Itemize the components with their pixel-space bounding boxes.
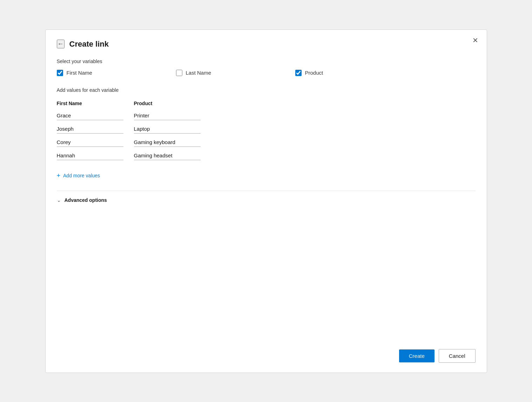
- product-input-4[interactable]: [134, 152, 201, 160]
- first-name-checkbox-label: First Name: [67, 70, 92, 76]
- checkbox-item-product: Product: [295, 70, 415, 76]
- product-checkbox-label: Product: [305, 70, 323, 76]
- plus-icon: +: [57, 172, 61, 179]
- first-name-input-4[interactable]: [57, 152, 123, 160]
- product-input-1[interactable]: [134, 112, 201, 120]
- col-header-product: Product: [134, 101, 211, 106]
- values-table: First Name Product: [57, 101, 476, 165]
- col-header-first-name: First Name: [57, 101, 134, 106]
- chevron-down-icon: ⌄: [57, 197, 61, 203]
- table-row: [57, 152, 476, 160]
- dialog-header: ← Create link ✕: [57, 40, 476, 49]
- last-name-checkbox-label: Last Name: [186, 70, 211, 76]
- create-link-dialog: ← Create link ✕ Select your variables Fi…: [45, 29, 487, 373]
- product-input-2[interactable]: [134, 125, 201, 134]
- cancel-button[interactable]: Cancel: [439, 349, 476, 363]
- advanced-options-row[interactable]: ⌄ Advanced options: [57, 191, 476, 209]
- close-button[interactable]: ✕: [472, 37, 478, 44]
- advanced-options-label: Advanced options: [65, 197, 107, 203]
- dialog-footer: Create Cancel: [57, 335, 476, 363]
- checkbox-item-last-name: Last Name: [176, 70, 295, 76]
- add-values-label: Add values for each variable: [57, 87, 476, 93]
- add-more-label: Add more values: [63, 173, 100, 178]
- create-button[interactable]: Create: [399, 349, 435, 362]
- add-more-values-button[interactable]: + Add more values: [57, 172, 476, 179]
- first-name-input-2[interactable]: [57, 125, 123, 134]
- first-name-input-3[interactable]: [57, 138, 123, 147]
- table-row: [57, 125, 476, 134]
- back-button[interactable]: ←: [57, 40, 65, 48]
- product-checkbox[interactable]: [295, 70, 302, 76]
- values-header-row: First Name Product: [57, 101, 476, 106]
- dialog-title: Create link: [69, 40, 109, 49]
- select-variables-label: Select your variables: [57, 59, 476, 64]
- first-name-checkbox[interactable]: [57, 70, 63, 76]
- product-input-3[interactable]: [134, 138, 201, 147]
- checkboxes-row: First Name Last Name Product: [57, 70, 476, 76]
- table-row: [57, 138, 476, 147]
- first-name-input-1[interactable]: [57, 112, 123, 120]
- last-name-checkbox[interactable]: [176, 70, 182, 76]
- checkbox-item-first-name: First Name: [57, 70, 176, 76]
- table-row: [57, 112, 476, 120]
